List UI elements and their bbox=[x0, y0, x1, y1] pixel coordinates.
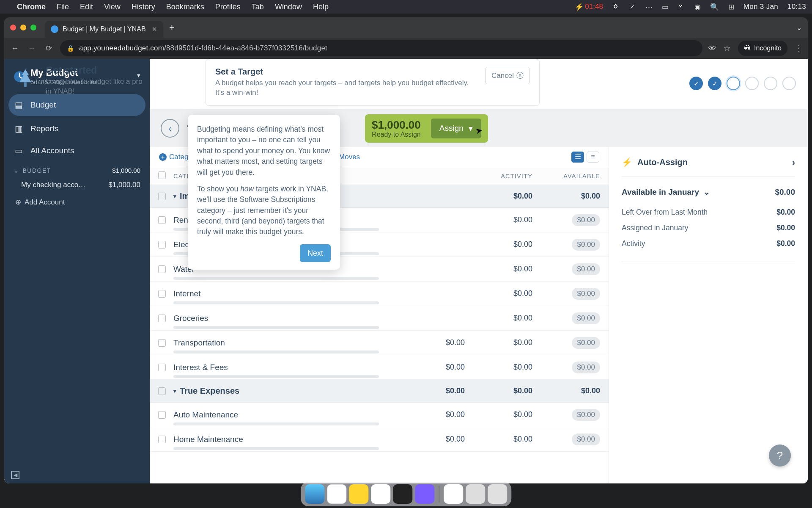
category-row[interactable]: Transportation$0.00$0.00$0.00 bbox=[150, 331, 609, 355]
chrome-menu-icon[interactable]: ⋮ bbox=[795, 44, 803, 53]
app-name[interactable]: Chrome bbox=[17, 3, 46, 11]
tab-overflow-icon[interactable]: ⌄ bbox=[796, 24, 802, 32]
nav-reports[interactable]: ▥ Reports bbox=[4, 118, 150, 140]
available-cell[interactable]: $0.00 bbox=[532, 337, 600, 349]
row-checkbox[interactable] bbox=[158, 411, 166, 419]
control-center-icon[interactable]: ◉ bbox=[694, 3, 701, 11]
reload-button[interactable]: ⟳ bbox=[43, 44, 54, 53]
col-activity[interactable]: ACTIVITY bbox=[465, 173, 532, 179]
menu-profiles[interactable]: Profiles bbox=[215, 3, 241, 11]
menu-edit[interactable]: Edit bbox=[80, 3, 93, 11]
menu-tab[interactable]: Tab bbox=[252, 3, 264, 11]
minimize-window-icon[interactable] bbox=[20, 25, 26, 30]
close-tab-icon[interactable]: ✕ bbox=[152, 25, 157, 33]
available-summary-toggle[interactable]: Available in January ⌄ $0.00 bbox=[622, 187, 795, 197]
category-group-row[interactable]: ▾True Expenses$0.00$0.00$0.00 bbox=[150, 380, 609, 403]
assigned-cell[interactable]: $0.00 bbox=[397, 410, 465, 419]
new-tab-button[interactable]: + bbox=[163, 22, 181, 33]
progress-step[interactable]: ✓ bbox=[708, 77, 721, 90]
row-checkbox[interactable] bbox=[158, 364, 166, 371]
assign-button[interactable]: Assign ▾ bbox=[431, 119, 481, 138]
add-account-button[interactable]: ⊕ Add Account bbox=[14, 193, 140, 207]
dock-app-chrome[interactable] bbox=[327, 484, 346, 504]
menu-bookmarks[interactable]: Bookmarks bbox=[166, 3, 204, 11]
view-toggle-compact[interactable]: ≡ bbox=[587, 152, 599, 163]
progress-step[interactable] bbox=[764, 77, 777, 90]
progress-step[interactable] bbox=[727, 77, 740, 90]
status-icon[interactable]: ⋯ bbox=[645, 3, 653, 11]
row-checkbox[interactable] bbox=[158, 216, 166, 224]
group-checkbox[interactable] bbox=[158, 387, 166, 395]
nav-all-accounts[interactable]: ▭ All Accounts bbox=[4, 140, 150, 162]
row-checkbox[interactable] bbox=[158, 339, 166, 347]
menu-window[interactable]: Window bbox=[275, 3, 302, 11]
dock-app[interactable] bbox=[371, 484, 390, 504]
available-cell[interactable]: $0.00 bbox=[532, 312, 600, 324]
assigned-cell[interactable]: $0.00 bbox=[397, 363, 465, 372]
prev-month-button[interactable]: ‹ bbox=[161, 119, 179, 138]
battery-status[interactable]: ⚡01:48 bbox=[575, 3, 603, 11]
assigned-cell[interactable]: $0.00 bbox=[397, 338, 465, 347]
nav-budget[interactable]: ▤ Budget bbox=[8, 94, 145, 116]
dock-app[interactable] bbox=[415, 484, 434, 504]
available-cell[interactable]: $0.00 bbox=[532, 288, 600, 300]
progress-step[interactable] bbox=[782, 77, 796, 90]
menu-history[interactable]: History bbox=[132, 3, 155, 11]
dock-item[interactable] bbox=[466, 484, 485, 504]
available-cell[interactable]: $0.00 bbox=[532, 214, 600, 226]
window-controls[interactable] bbox=[10, 25, 36, 30]
menu-file[interactable]: File bbox=[57, 3, 69, 11]
menu-view[interactable]: View bbox=[104, 3, 121, 11]
collapse-sidebar-icon[interactable]: ◀ bbox=[11, 471, 19, 479]
col-available[interactable]: AVAILABLE bbox=[532, 173, 600, 179]
status-icon[interactable]: ⭘ bbox=[612, 3, 620, 11]
incognito-badge[interactable]: 🕶 Incognito bbox=[738, 41, 787, 56]
menubar-time[interactable]: 10:13 bbox=[787, 3, 806, 11]
row-checkbox[interactable] bbox=[158, 265, 166, 273]
dock-item[interactable] bbox=[444, 484, 463, 504]
category-row[interactable]: Interest & Fees$0.00$0.00$0.00 bbox=[150, 355, 609, 380]
fullscreen-window-icon[interactable] bbox=[30, 25, 36, 30]
menu-help[interactable]: Help bbox=[313, 3, 329, 11]
available-cell[interactable]: $0.00 bbox=[532, 409, 600, 421]
select-all-checkbox[interactable] bbox=[158, 171, 166, 179]
close-window-icon[interactable] bbox=[10, 25, 16, 30]
view-toggle-detailed[interactable]: ☰ bbox=[571, 152, 584, 163]
battery-icon[interactable]: ▭ bbox=[662, 3, 669, 11]
dock-app-terminal[interactable] bbox=[393, 484, 412, 504]
omnibox[interactable]: 🔒 app.youneedabudget.com/88d9501d-fd6b-4… bbox=[60, 40, 702, 56]
back-button[interactable]: ← bbox=[9, 44, 20, 53]
help-button[interactable]: ? bbox=[769, 444, 791, 467]
category-row[interactable]: Home Maintenance$0.00$0.00$0.00 bbox=[150, 427, 609, 452]
status-icon[interactable]: ⟋ bbox=[629, 3, 636, 11]
accounts-section-head[interactable]: ⌄ BUDGET $1,000.00 bbox=[14, 167, 140, 174]
account-row[interactable]: My checking acco… $1,000.00 bbox=[14, 177, 140, 193]
dock-app-finder[interactable] bbox=[305, 484, 324, 504]
dock-app-notes[interactable] bbox=[349, 484, 368, 504]
category-row[interactable]: Groceries$0.00$0.00 bbox=[150, 306, 609, 331]
bookmark-star-icon[interactable]: ☆ bbox=[724, 44, 730, 53]
available-cell[interactable]: $0.00 bbox=[532, 362, 600, 373]
available-cell[interactable]: $0.00 bbox=[532, 263, 600, 275]
available-cell[interactable]: $0.00 bbox=[532, 433, 600, 445]
macos-dock[interactable] bbox=[301, 482, 511, 506]
progress-step[interactable]: ✓ bbox=[689, 77, 703, 90]
category-row[interactable]: Auto Maintenance$0.00$0.00$0.00 bbox=[150, 403, 609, 427]
assigned-cell[interactable]: $0.00 bbox=[397, 435, 465, 444]
menubar-date[interactable]: Mon 3 Jan bbox=[743, 3, 778, 11]
row-checkbox[interactable] bbox=[158, 290, 166, 298]
available-cell[interactable]: $0.00 bbox=[532, 239, 600, 251]
auto-assign-button[interactable]: ⚡ Auto-Assign › bbox=[622, 157, 795, 177]
group-checkbox[interactable] bbox=[158, 193, 166, 200]
progress-step[interactable] bbox=[745, 77, 759, 90]
eye-off-icon[interactable]: 👁 bbox=[708, 44, 716, 53]
category-row[interactable]: Internet$0.00$0.00 bbox=[150, 282, 609, 306]
toolbox-icon[interactable]: ⊞ bbox=[728, 3, 734, 11]
spotlight-icon[interactable]: 🔍 bbox=[710, 3, 719, 11]
row-checkbox[interactable] bbox=[158, 315, 166, 322]
dock-trash[interactable] bbox=[488, 484, 507, 504]
wifi-icon[interactable]: ᯤ bbox=[678, 3, 685, 11]
cancel-button[interactable]: Cancel ⓧ bbox=[485, 67, 530, 84]
row-checkbox[interactable] bbox=[158, 436, 166, 443]
next-button[interactable]: Next bbox=[300, 244, 331, 262]
